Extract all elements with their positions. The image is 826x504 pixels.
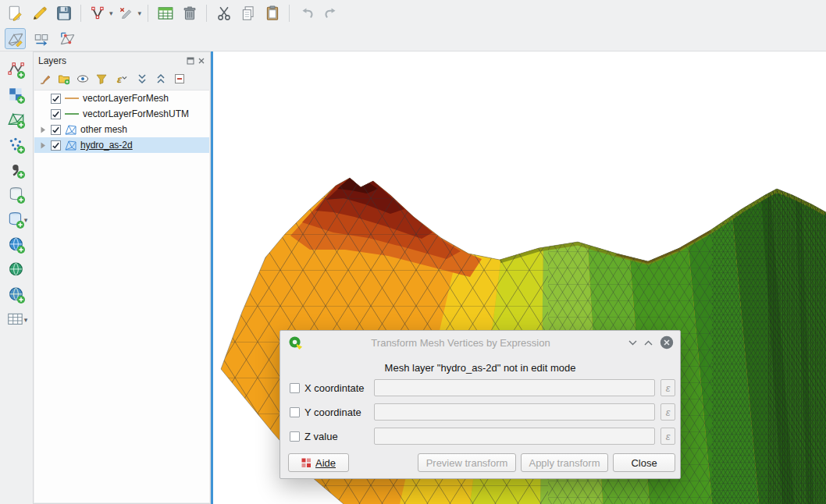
redo-icon[interactable]	[320, 3, 341, 24]
add-raster-layer-icon[interactable]	[6, 84, 27, 105]
layer-label: vectorLayerForMeshUTM	[83, 108, 189, 119]
add-mesh-layer-icon[interactable]	[6, 109, 27, 130]
layer-checkbox[interactable]	[51, 140, 61, 151]
x-coordinate-label: X coordintate	[304, 382, 365, 394]
transform-mesh-dialog: Transform Mesh Vertices by Expression Me…	[279, 330, 681, 479]
add-vector-layer-icon[interactable]	[6, 59, 27, 80]
toggle-editing-icon[interactable]	[29, 3, 50, 24]
dialog-close-icon[interactable]	[660, 335, 674, 350]
apply-transform-button[interactable]: Apply transform	[521, 453, 608, 472]
reindex-mesh-icon[interactable]	[30, 28, 52, 49]
expander-icon[interactable]	[39, 142, 47, 149]
y-coordinate-label: Y coordinate	[304, 406, 361, 418]
x-expression-button[interactable]: ε	[660, 379, 675, 396]
layer-checkbox[interactable]	[51, 109, 61, 119]
layer-label: hydro_as-2d	[80, 140, 133, 151]
filter-expression-icon[interactable]: ε	[114, 73, 130, 85]
help-icon	[301, 458, 312, 468]
preview-transform-label: Preview transform	[426, 457, 508, 469]
close-button[interactable]: Close	[613, 453, 675, 472]
add-wms-layer-icon[interactable]	[6, 234, 27, 255]
line-symbol	[65, 113, 79, 115]
svg-text:ε: ε	[116, 74, 123, 85]
add-wcs-layer-icon[interactable]	[6, 259, 27, 280]
layer-row-vectorLayerForMesh[interactable]: vectorLayerForMesh	[34, 91, 209, 106]
panel-close-icon[interactable]	[198, 57, 205, 65]
add-wfs-layer-icon[interactable]	[6, 284, 27, 305]
add-virtual-layer-dropdown-icon[interactable]: ▾	[24, 316, 28, 324]
collapse-all-icon[interactable]	[155, 73, 167, 85]
y-expression-button[interactable]: ε	[660, 403, 675, 421]
toolbar-separator	[148, 5, 148, 22]
line-symbol	[65, 98, 79, 99]
layer-row-vectorLayerForMeshUTM[interactable]: vectorLayerForMeshUTM	[34, 106, 209, 122]
remove-layer-icon[interactable]	[173, 73, 186, 85]
add-point-cloud-layer-icon[interactable]	[6, 134, 27, 155]
add-delimited-text-layer-icon[interactable]	[6, 159, 27, 180]
copy-features-icon[interactable]	[237, 3, 258, 24]
mesh-symbol	[65, 140, 77, 151]
undo-icon[interactable]	[296, 3, 317, 24]
add-spatialite-layer-icon[interactable]	[6, 184, 27, 205]
z-value-label: Z value	[304, 431, 338, 442]
x-coordinate-input[interactable]	[374, 379, 655, 396]
filter-legend-icon[interactable]	[95, 73, 108, 85]
vertex-tool-dropdown-icon[interactable]: ▾	[109, 9, 113, 17]
toolbar-separator	[206, 5, 207, 22]
transform-mesh-vertices-icon[interactable]	[56, 28, 77, 49]
dialog-shade-chevron-icon[interactable]	[644, 340, 653, 346]
vertex-tool-icon[interactable]	[87, 3, 109, 24]
dialog-menu-chevron-icon[interactable]	[628, 340, 637, 346]
mesh-toolbar	[0, 27, 826, 51]
dialog-message: Mesh layer "hydro_as-2d" not in edit mod…	[280, 362, 680, 374]
digitizing-toolbar: ▾ ▾	[0, 0, 826, 27]
expander-icon[interactable]	[39, 126, 47, 133]
preview-transform-button[interactable]: Preview transform	[418, 453, 516, 472]
data-source-toolbar: ▾ ▾	[0, 51, 33, 504]
layer-label: other mesh	[80, 124, 127, 135]
y-coordinate-checkbox[interactable]	[290, 407, 300, 417]
expand-all-icon[interactable]	[136, 73, 148, 85]
apply-transform-label: Apply transform	[529, 457, 600, 469]
layer-checkbox[interactable]	[51, 125, 61, 135]
layer-row-hydro-as-2d[interactable]: hydro_as-2d	[34, 137, 209, 153]
save-layer-edits-icon[interactable]	[53, 3, 74, 24]
open-layer-styling-icon[interactable]	[39, 73, 52, 85]
layers-panel-title: Layers	[38, 55, 66, 66]
z-value-input[interactable]	[374, 428, 655, 445]
help-button-label: Aide	[315, 457, 336, 469]
delete-selected-icon[interactable]	[179, 3, 200, 24]
layer-label: vectorLayerForMesh	[83, 93, 169, 104]
layer-row-other-mesh[interactable]: other mesh	[34, 122, 209, 137]
current-edits-icon[interactable]	[5, 3, 26, 24]
cut-features-icon[interactable]	[213, 3, 234, 24]
layer-tree: vectorLayerForMesh vectorLayerForMeshUTM…	[34, 90, 209, 502]
layer-checkbox[interactable]	[51, 94, 61, 104]
layers-panel: Layers ε vectorLayerForMesh vectorLayerF…	[33, 51, 211, 504]
close-button-label: Close	[631, 457, 657, 469]
attribute-table-icon[interactable]	[155, 3, 176, 24]
digitize-mesh-icon[interactable]	[5, 28, 26, 49]
z-expression-button[interactable]: ε	[660, 428, 675, 445]
add-group-icon[interactable]	[58, 73, 70, 85]
qgis-logo-icon	[288, 335, 303, 350]
z-value-checkbox[interactable]	[290, 431, 300, 442]
mesh-symbol	[65, 125, 77, 135]
toolbar-separator	[289, 5, 290, 22]
add-virtual-layer-icon[interactable]	[5, 309, 27, 330]
paste-features-icon[interactable]	[262, 3, 283, 24]
add-postgis-dropdown-icon[interactable]: ▾	[24, 216, 28, 224]
dialog-title: Transform Mesh Vertices by Expression	[312, 337, 610, 349]
panel-float-icon[interactable]	[187, 57, 194, 65]
dialog-titlebar[interactable]: Transform Mesh Vertices by Expression	[280, 331, 680, 354]
manage-map-themes-icon[interactable]	[77, 73, 89, 85]
help-button[interactable]: Aide	[288, 453, 349, 472]
x-coordinate-checkbox[interactable]	[290, 383, 300, 393]
modify-attributes-icon[interactable]	[116, 3, 137, 24]
add-postgis-layer-icon[interactable]	[5, 209, 27, 230]
toolbar-separator	[80, 5, 81, 22]
modify-attributes-dropdown-icon[interactable]: ▾	[138, 9, 142, 17]
y-coordinate-input[interactable]	[374, 403, 655, 421]
